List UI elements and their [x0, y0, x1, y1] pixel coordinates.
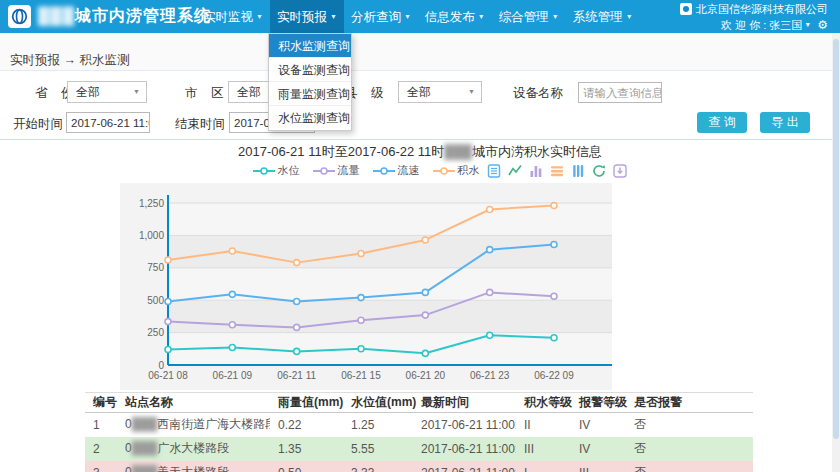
chevron-down-icon: ▼ — [626, 13, 633, 20]
column-header: 积水等级 — [516, 393, 571, 413]
dropdown-item-rainfall-monitor-query[interactable]: 雨量监测查询 — [269, 82, 351, 106]
province-select[interactable]: 全部▼ — [67, 81, 147, 103]
county-select[interactable]: 全部▼ — [398, 81, 482, 103]
chart-title: 2017-06-21 11时至2017-06-22 11时███城市内涝积水实时… — [85, 143, 755, 161]
column-header: 雨量值(mm) — [270, 393, 343, 413]
menu-item-comprehensive-mgmt[interactable]: 综合管理▼ — [492, 0, 566, 33]
menu-item-realtime-monitor[interactable]: 实时监视▼ — [196, 0, 270, 33]
start-time-input[interactable] — [66, 112, 150, 133]
welcome-line: 欢 迎 你 : 张三国▼⚙ — [680, 17, 828, 33]
chevron-down-icon: ▼ — [468, 82, 475, 102]
device-name-label: 设备名称 — [513, 85, 563, 102]
scrollbar-thumb[interactable] — [833, 39, 839, 439]
column-header: 站点名称 — [117, 393, 270, 413]
restore-refresh-icon[interactable] — [592, 164, 606, 178]
chevron-down-icon: ▼ — [804, 21, 811, 28]
svg-text:1,250: 1,250 — [139, 198, 164, 209]
chart-toolbox — [487, 164, 627, 178]
company-name-line: 北京国信华源科技有限公司 — [680, 2, 828, 17]
line-chart-icon[interactable] — [508, 164, 522, 178]
column-header: 是否报警 — [626, 393, 753, 413]
app-logo-icon — [8, 5, 31, 28]
censored-text: ███ — [132, 465, 158, 472]
chevron-down-icon: ▼ — [404, 13, 411, 20]
legend-item[interactable]: 积水 — [433, 163, 480, 178]
menu-item-realtime-forecast[interactable]: 实时预报▼ — [270, 0, 344, 33]
svg-text:06-21 15: 06-21 15 — [341, 370, 381, 381]
censored-city-name: ███ — [444, 144, 472, 159]
svg-text:06-21 20: 06-21 20 — [406, 370, 446, 381]
column-header: 编号 — [85, 393, 117, 413]
breadcrumb: 实时预报 → 积水监测 — [10, 52, 129, 69]
svg-text:250: 250 — [147, 327, 164, 338]
line-chart: 02505007501,0001,25006-21 0806-21 0906-2… — [120, 183, 612, 390]
station-name: 0███广水大楼路段 — [117, 437, 270, 461]
forecast-dropdown-menu: 积水监测查询 设备监测查询 雨量监测查询 水位监测查询 — [268, 33, 352, 131]
export-button[interactable]: 导 出 — [760, 112, 810, 133]
svg-text:06-21 09: 06-21 09 — [213, 370, 253, 381]
censored-text: ███ — [132, 441, 158, 455]
dropdown-item-water-accumulation-query[interactable]: 积水监测查询 — [269, 34, 351, 58]
svg-text:500: 500 — [147, 295, 164, 306]
page: ███城市内涝管理系统 实时监视▼ 实时预报▼ 分析查询▼ 信息发布▼ 综合管理… — [0, 0, 840, 472]
legend-item[interactable]: 水位 — [253, 163, 300, 178]
table-row[interactable]: 3 0███美天大楼路段 0.50 3.33 2017-06-21 11:00:… — [85, 461, 753, 472]
censored-city-name: ███ — [38, 7, 75, 24]
query-button[interactable]: 查 询 — [697, 112, 747, 133]
svg-text:750: 750 — [147, 262, 164, 273]
end-time-label: 结束时间 — [175, 116, 225, 133]
station-name: 0███西南街道广海大楼路段 — [117, 413, 270, 437]
svg-text:06-21 08: 06-21 08 — [148, 370, 188, 381]
topbar-user-area: 北京国信华源科技有限公司 欢 迎 你 : 张三国▼⚙ — [680, 2, 828, 33]
chevron-down-icon: ▼ — [256, 13, 263, 20]
station-name: 0███美天大楼路段 — [117, 461, 270, 472]
table-row[interactable]: 1 0███西南街道广海大楼路段 0.22 1.25 2017-06-21 11… — [85, 413, 753, 437]
line-chart-svg: 02505007501,0001,25006-21 0806-21 0906-2… — [120, 183, 612, 390]
topbar: ███城市内涝管理系统 实时监视▼ 实时预报▼ 分析查询▼ 信息发布▼ 综合管理… — [0, 0, 840, 33]
chevron-down-icon: ▼ — [552, 13, 559, 20]
device-name-input[interactable] — [578, 82, 662, 103]
dropdown-item-waterlevel-monitor-query[interactable]: 水位监测查询 — [269, 106, 351, 130]
main-menu: 实时监视▼ 实时预报▼ 分析查询▼ 信息发布▼ 综合管理▼ 系统管理▼ — [196, 0, 640, 33]
menu-item-analysis-query[interactable]: 分析查询▼ — [344, 0, 418, 33]
legend-item[interactable]: 流速 — [373, 163, 420, 178]
breadcrumb-bar: 实时预报 → 积水监测 — [0, 33, 840, 71]
chevron-down-icon: ▼ — [478, 13, 485, 20]
legend-marker-icon — [253, 166, 275, 176]
company-logo-icon — [680, 3, 692, 15]
svg-text:1,000: 1,000 — [139, 230, 164, 241]
stack-icon[interactable] — [550, 164, 564, 178]
breadcrumb-arrow: → — [63, 53, 76, 67]
legend-marker-icon — [433, 166, 455, 176]
table-row[interactable]: 2 0███广水大楼路段 1.35 5.55 2017-06-21 11:00:… — [85, 437, 753, 461]
start-time-label: 开始时间 — [13, 116, 63, 133]
save-image-icon[interactable] — [613, 164, 627, 178]
vertical-scrollbar — [832, 33, 840, 472]
app-title: ███城市内涝管理系统 — [38, 6, 211, 27]
column-header: 报警等级 — [571, 393, 626, 413]
column-header: 水位值(mm) — [343, 393, 413, 413]
column-header: 最新时间 — [413, 393, 516, 413]
censored-text: ███ — [132, 417, 158, 431]
dropdown-item-device-monitor-query[interactable]: 设备监测查询 — [269, 58, 351, 82]
gear-icon[interactable]: ⚙ — [817, 18, 828, 32]
menu-item-info-publish[interactable]: 信息发布▼ — [418, 0, 492, 33]
svg-text:06-21 11: 06-21 11 — [277, 370, 316, 381]
chevron-down-icon: ▼ — [330, 13, 337, 20]
svg-text:06-22 09: 06-22 09 — [534, 370, 574, 381]
chevron-down-icon: ▼ — [133, 82, 140, 102]
tiled-icon[interactable] — [571, 164, 585, 178]
data-view-icon[interactable] — [487, 164, 501, 178]
filter-bar: 省 份 全部▼ 市 区 全部▼ 县 级 全部▼ 设备名称 开始时间 结束时间 查… — [0, 72, 840, 140]
menu-item-system-mgmt[interactable]: 系统管理▼ — [566, 0, 640, 33]
legend-marker-icon — [313, 166, 335, 176]
legend-marker-icon — [373, 166, 395, 176]
table-header-row: 编号 站点名称 雨量值(mm) 水位值(mm) 最新时间 积水等级 报警等级 是… — [85, 393, 753, 413]
city-label: 市 区 — [185, 85, 223, 102]
username[interactable]: 张三国 — [769, 19, 802, 31]
station-table: 编号 站点名称 雨量值(mm) 水位值(mm) 最新时间 积水等级 报警等级 是… — [85, 392, 753, 472]
bar-chart-icon[interactable] — [529, 164, 543, 178]
svg-text:0: 0 — [158, 360, 164, 371]
legend-item[interactable]: 流量 — [313, 163, 360, 178]
svg-text:06-21 23: 06-21 23 — [470, 370, 510, 381]
